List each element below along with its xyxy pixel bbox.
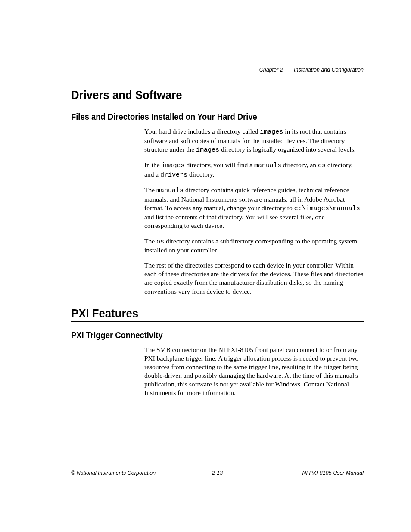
code-text: manuals (156, 187, 184, 194)
subsection-heading-trigger: PXI Trigger Connectivity (71, 330, 340, 340)
paragraph: The os directory contains a subdirectory… (144, 237, 364, 255)
paragraph: The SMB connector on the NI PXI-8105 fro… (144, 345, 364, 398)
paragraph: The manuals directory contains quick ref… (144, 186, 364, 230)
paragraph: Your hard drive includes a directory cal… (144, 127, 364, 154)
code-text: c:\images\manuals (294, 205, 360, 212)
heading-rule (71, 103, 364, 103)
page: Chapter 2 Installation and Configuration… (0, 0, 411, 532)
section-heading-pxi: PXI Features (71, 307, 340, 320)
subsection-heading-files: Files and Directories Installed on Your … (71, 112, 340, 122)
paragraph: The rest of the directories correspond t… (144, 261, 364, 296)
footer-page-number: 2-13 (71, 470, 364, 476)
code-text: os (318, 162, 326, 169)
body-text-trigger: The SMB connector on the NI PXI-8105 fro… (144, 345, 364, 398)
code-text: manuals (254, 162, 281, 169)
code-text: os (156, 238, 164, 246)
code-text: images (196, 146, 219, 154)
page-footer: © National Instruments Corporation 2-13 … (71, 470, 364, 476)
chapter-label: Chapter 2 (259, 67, 283, 73)
paragraph: In the images directory, you will find a… (144, 161, 364, 179)
code-text: drivers (160, 171, 187, 179)
body-text-files: Your hard drive includes a directory cal… (144, 127, 364, 296)
chapter-title: Installation and Configuration (294, 67, 364, 73)
section-heading-drivers: Drivers and Software (71, 88, 340, 102)
code-text: images (260, 128, 283, 136)
running-header: Chapter 2 Installation and Configuration (259, 67, 364, 73)
code-text: images (162, 162, 185, 169)
heading-rule (71, 321, 364, 322)
